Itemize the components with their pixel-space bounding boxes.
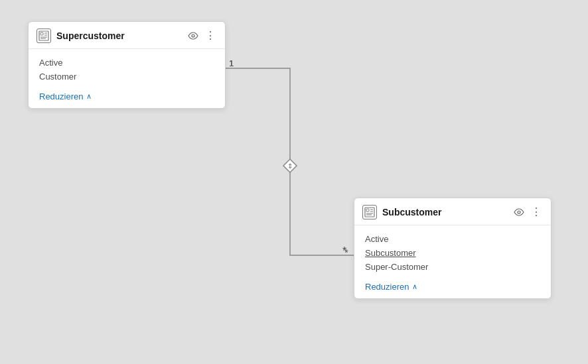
supercustomer-eye-icon[interactable] xyxy=(186,29,200,42)
subcustomer-field-active: Active xyxy=(365,232,540,246)
subcustomer-title: Subcustomer xyxy=(382,207,507,217)
supercustomer-header-icons: ⋮ xyxy=(186,29,217,42)
svg-point-7 xyxy=(192,34,194,37)
supercustomer-field-active: Active xyxy=(39,56,214,70)
subcustomer-entity-icon xyxy=(362,205,377,219)
supercustomer-reduce-btn[interactable]: Reduzieren ∧ xyxy=(29,88,225,108)
subcustomer-field-supercustomer: Super-Customer xyxy=(365,260,540,274)
supercustomer-entity-icon xyxy=(37,29,51,43)
svg-rect-2 xyxy=(40,32,43,35)
supercustomer-field-customer: Customer xyxy=(39,70,214,84)
subcustomer-reduce-label: Reduzieren xyxy=(365,282,409,292)
subcustomer-more-icon[interactable]: ⋮ xyxy=(530,206,543,219)
label-multiplicity-1: 1 xyxy=(229,58,234,68)
supercustomer-body: Active Customer xyxy=(29,49,225,88)
subcustomer-eye-icon[interactable] xyxy=(512,206,526,219)
supercustomer-header: Supercustomer ⋮ xyxy=(29,22,225,49)
label-multiplicity-star: * xyxy=(344,247,348,258)
subcustomer-chevron-icon: ∧ xyxy=(412,282,417,291)
supercustomer-title: Supercustomer xyxy=(56,30,181,41)
supercustomer-card: Supercustomer ⋮ Active Customer Reduzier… xyxy=(28,21,226,109)
supercustomer-chevron-icon: ∧ xyxy=(86,92,92,101)
subcustomer-reduce-btn[interactable]: Reduzieren ∧ xyxy=(354,278,551,298)
svg-text:⇕: ⇕ xyxy=(287,162,293,170)
canvas: ⇕ 1 * Supercustomer xyxy=(0,0,588,364)
svg-point-14 xyxy=(518,211,520,213)
subcustomer-header-icons: ⋮ xyxy=(512,206,543,219)
subcustomer-header: Subcustomer ⋮ xyxy=(354,198,551,225)
supercustomer-more-icon[interactable]: ⋮ xyxy=(204,29,217,42)
subcustomer-card: Subcustomer ⋮ Active Subcustomer Super-C… xyxy=(354,198,551,299)
subcustomer-body: Active Subcustomer Super-Customer xyxy=(354,225,551,278)
midpoint-diamond xyxy=(283,159,297,172)
svg-rect-9 xyxy=(366,209,369,212)
subcustomer-field-subcustomer: Subcustomer xyxy=(365,246,540,260)
supercustomer-reduce-label: Reduzieren xyxy=(39,91,84,101)
